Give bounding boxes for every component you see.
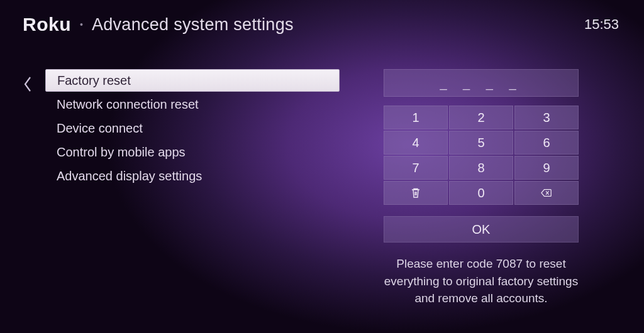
key-label: 8	[477, 161, 484, 175]
keypad-key-8[interactable]: 8	[449, 156, 513, 180]
key-label: 0	[477, 186, 484, 200]
instruction-text: Please enter code 7087 to reset everythi…	[377, 255, 585, 307]
header: Roku • Advanced system settings 15:53	[0, 0, 644, 38]
ok-button-label: OK	[472, 222, 491, 237]
trash-icon	[410, 187, 421, 199]
keypad-key-1[interactable]: 1	[384, 106, 448, 129]
keypad-key-2[interactable]: 2	[449, 106, 513, 129]
keypad-key-6[interactable]: 6	[514, 131, 579, 155]
pin-display: _ _ _ _	[384, 69, 579, 97]
key-label: 3	[543, 111, 550, 125]
menu-item-advanced-display-settings[interactable]: Advanced display settings	[45, 165, 340, 187]
settings-menu: Factory reset Network connection reset D…	[45, 69, 340, 307]
pin-entry-panel: _ _ _ _ 1 2 3 4 5 6 7 8 9 0 OK Please en…	[384, 69, 579, 307]
key-label: 1	[412, 111, 419, 125]
keypad-key-4[interactable]: 4	[384, 131, 448, 155]
keypad-key-9[interactable]: 9	[514, 156, 579, 180]
keypad-key-3[interactable]: 3	[514, 106, 579, 129]
backspace-icon	[541, 187, 552, 199]
menu-item-label: Advanced display settings	[57, 169, 202, 183]
keypad-key-0[interactable]: 0	[449, 181, 513, 205]
key-label: 2	[477, 111, 484, 125]
menu-item-control-by-mobile-apps[interactable]: Control by mobile apps	[45, 141, 340, 163]
content: Factory reset Network connection reset D…	[0, 38, 644, 307]
key-label: 7	[412, 161, 419, 175]
back-button[interactable]	[23, 75, 33, 97]
keypad-key-backspace[interactable]	[514, 181, 579, 205]
key-label: 4	[412, 136, 419, 150]
menu-item-network-connection-reset[interactable]: Network connection reset	[45, 93, 340, 116]
breadcrumb-separator: •	[80, 19, 83, 30]
key-label: 9	[543, 161, 550, 175]
menu-item-label: Factory reset	[57, 74, 131, 88]
keypad-key-7[interactable]: 7	[384, 156, 448, 180]
page-title: Advanced system settings	[92, 15, 294, 35]
menu-item-device-connect[interactable]: Device connect	[45, 117, 340, 139]
menu-item-factory-reset[interactable]: Factory reset	[45, 69, 340, 92]
numeric-keypad: 1 2 3 4 5 6 7 8 9 0	[384, 106, 579, 205]
menu-item-label: Network connection reset	[57, 97, 199, 112]
menu-item-label: Device connect	[57, 121, 143, 136]
chevron-left-icon	[23, 75, 33, 93]
menu-item-label: Control by mobile apps	[57, 145, 186, 160]
keypad-key-5[interactable]: 5	[449, 131, 513, 155]
clock: 15:53	[584, 16, 619, 33]
key-label: 6	[543, 136, 550, 150]
ok-button[interactable]: OK	[384, 216, 579, 243]
logo: Roku	[23, 14, 71, 35]
key-label: 5	[477, 136, 484, 150]
keypad-key-clear[interactable]	[384, 181, 448, 205]
